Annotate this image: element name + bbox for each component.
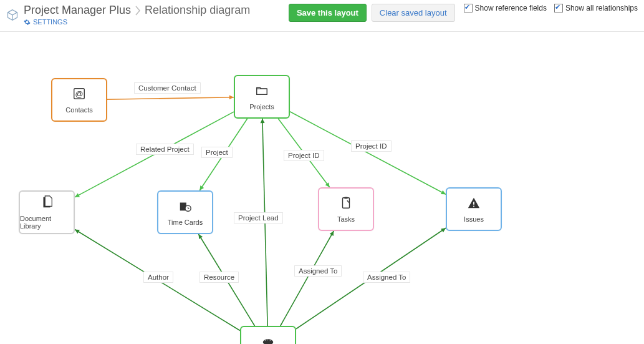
node-label: Issues — [464, 215, 484, 223]
edge-label-projects-issues[interactable]: Project ID — [351, 140, 392, 152]
save-layout-button[interactable]: Save this layout — [289, 4, 367, 22]
svg-marker-7 — [261, 119, 265, 123]
edge-label-resources-tasks[interactable]: Assigned To — [294, 265, 342, 277]
cube-icon — [6, 9, 19, 21]
page-title: Relationship diagram — [145, 4, 250, 17]
node-projects[interactable]: Projects — [234, 75, 290, 119]
node-timecards[interactable]: Time Cards — [157, 190, 213, 234]
svg-text:@: @ — [75, 89, 83, 98]
svg-marker-3 — [325, 182, 330, 187]
node-label: Contacts — [65, 106, 92, 114]
projects-icon — [254, 84, 269, 101]
edge-label-projects-timecards[interactable]: Project — [201, 147, 233, 158]
edge-resources-tasks[interactable] — [281, 231, 334, 326]
resources-icon — [261, 335, 276, 345]
svg-rect-15 — [344, 197, 348, 199]
svg-marker-0 — [229, 95, 234, 99]
settings-label: SETTINGS — [33, 18, 67, 26]
node-label: Projects — [249, 103, 274, 111]
edge-label-resources-timecards[interactable]: Resource — [199, 272, 239, 283]
edge-label-resources-issues[interactable]: Assigned To — [363, 272, 410, 283]
node-tasks[interactable]: Tasks — [318, 187, 374, 231]
node-label: Document Library — [20, 215, 74, 230]
tasks-icon — [339, 196, 353, 213]
svg-marker-9 — [441, 228, 446, 232]
edge-label-resources-projects[interactable]: Project Lead — [234, 212, 283, 224]
node-contacts[interactable]: @Contacts — [51, 78, 107, 122]
edge-label-contacts-projects[interactable]: Customer Contact — [134, 82, 201, 94]
chevron-right-icon — [133, 5, 142, 16]
node-label: Time Cards — [168, 219, 203, 226]
checkbox-icon — [554, 4, 563, 12]
app-title: Project Manager Plus — [24, 4, 131, 17]
svg-rect-17 — [473, 205, 474, 207]
node-issues[interactable]: Issues — [446, 187, 502, 231]
title-block: Project Manager Plus Relationship diagra… — [6, 4, 250, 26]
node-doclib[interactable]: Document Library — [19, 190, 75, 234]
clear-layout-button[interactable]: Clear saved layout — [372, 4, 455, 22]
show-all-relationships-checkbox[interactable]: Show all relationships — [554, 4, 638, 12]
gear-icon — [24, 19, 31, 26]
doclib-icon — [39, 195, 54, 212]
issues-icon — [466, 196, 481, 213]
svg-rect-14 — [343, 197, 350, 208]
node-label: Tasks — [337, 215, 355, 223]
edge-label-resources-doclib[interactable]: Author — [143, 272, 173, 283]
checkbox-icon — [464, 4, 473, 12]
show-reference-fields-checkbox[interactable]: Show reference fields — [464, 4, 547, 12]
contacts-icon: @ — [72, 87, 87, 104]
timecards-icon — [178, 199, 193, 216]
settings-link[interactable]: SETTINGS — [24, 18, 250, 26]
svg-rect-16 — [473, 202, 474, 205]
header: Project Manager Plus Relationship diagra… — [0, 0, 644, 32]
checkbox-label: Show reference fields — [475, 4, 547, 12]
checkbox-label: Show all relationships — [565, 4, 638, 12]
node-resources[interactable]: Resources — [240, 326, 296, 344]
svg-marker-2 — [199, 185, 204, 190]
edge-contacts-projects[interactable] — [107, 97, 234, 99]
edge-label-projects-doclib[interactable]: Related Project — [136, 144, 194, 155]
edge-label-projects-tasks[interactable]: Project ID — [284, 150, 324, 161]
